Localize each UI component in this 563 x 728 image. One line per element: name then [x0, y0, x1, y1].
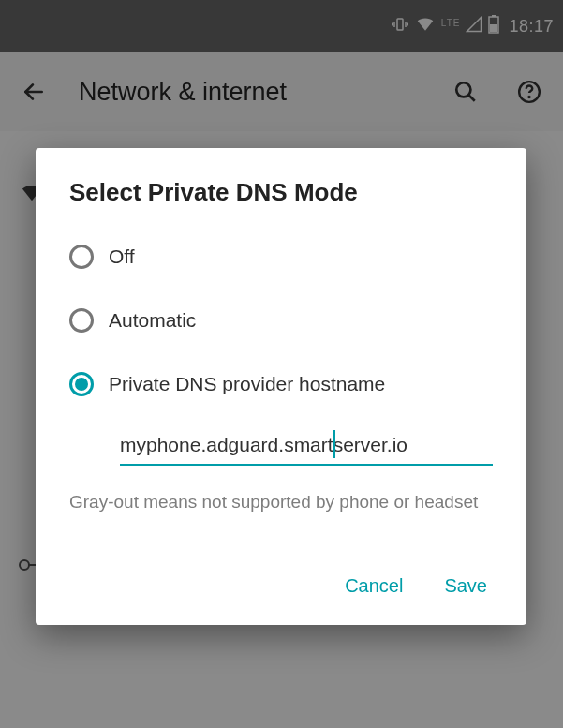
helper-text: Gray-out means not supported by phone or…	[69, 490, 493, 515]
radio-icon	[69, 245, 94, 269]
cancel-button[interactable]: Cancel	[345, 575, 403, 597]
radio-label: Automatic	[109, 309, 196, 332]
dialog-title: Select Private DNS Mode	[69, 178, 493, 207]
radio-label: Private DNS provider hostname	[109, 373, 385, 395]
private-dns-dialog: Select Private DNS Mode Off Automatic Pr…	[36, 148, 526, 625]
hostname-field[interactable]	[120, 428, 493, 466]
dialog-actions: Cancel Save	[69, 575, 493, 606]
radio-icon	[69, 308, 94, 333]
text-cursor	[333, 430, 335, 458]
radio-icon-selected	[69, 372, 94, 396]
radio-option-automatic[interactable]: Automatic	[69, 308, 493, 333]
radio-option-off[interactable]: Off	[69, 245, 493, 269]
save-button[interactable]: Save	[444, 575, 487, 597]
hostname-input[interactable]	[120, 428, 493, 466]
radio-label: Off	[109, 245, 135, 268]
radio-option-hostname[interactable]: Private DNS provider hostname	[69, 372, 493, 396]
